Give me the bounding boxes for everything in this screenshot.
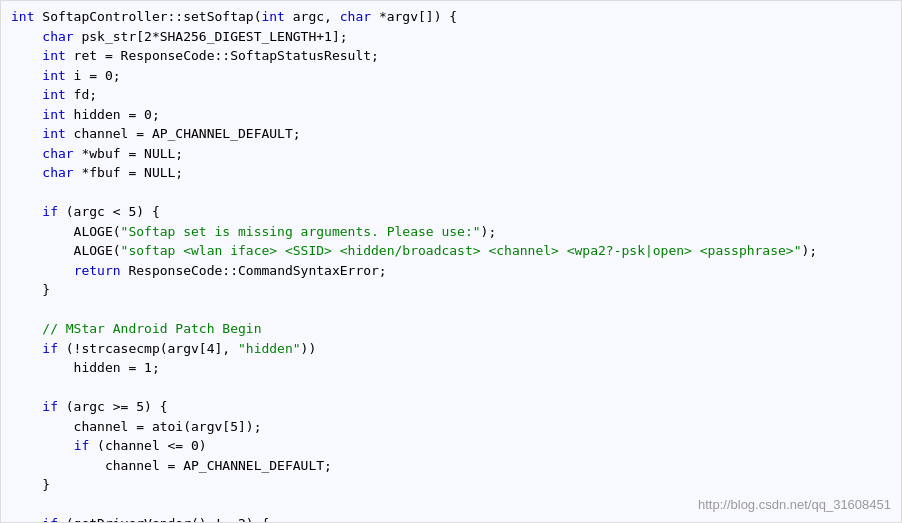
keyword-int4: int	[42, 68, 65, 83]
keyword-if1: if	[42, 204, 58, 219]
code-text2: argc,	[285, 9, 340, 24]
keyword-char4: char	[42, 165, 73, 180]
keyword-char2: char	[42, 29, 73, 44]
code-text16	[11, 341, 42, 356]
keyword-int5: int	[42, 87, 65, 102]
keyword-int2: int	[261, 9, 284, 24]
string1: "Softap set is missing arguments. Please…	[121, 224, 481, 239]
code-text17: (!strcasecmp(argv[4],	[58, 341, 238, 356]
keyword-int6: int	[42, 107, 65, 122]
keyword-int: int	[11, 9, 34, 24]
string2: "softap <wlan iface> <SSID> <hidden/broa…	[121, 243, 802, 258]
keyword-if4: if	[74, 438, 90, 453]
keyword-return: return	[74, 263, 121, 278]
keyword-if2: if	[42, 341, 58, 356]
comment1: // MStar Android Patch Begin	[42, 321, 261, 336]
string3: "hidden"	[238, 341, 301, 356]
code-block: int SoftapController::setSoftap(int argc…	[1, 7, 901, 523]
keyword-int3: int	[42, 48, 65, 63]
code-text: SoftapController::setSoftap(	[34, 9, 261, 24]
keyword-char3: char	[42, 146, 73, 161]
code-container: int SoftapController::setSoftap(int argc…	[0, 0, 902, 523]
keyword-char: char	[340, 9, 371, 24]
keyword-int7: int	[42, 126, 65, 141]
watermark: http://blog.csdn.net/qq_31608451	[698, 497, 891, 512]
keyword-if5: if	[42, 516, 58, 523]
keyword-if3: if	[42, 399, 58, 414]
